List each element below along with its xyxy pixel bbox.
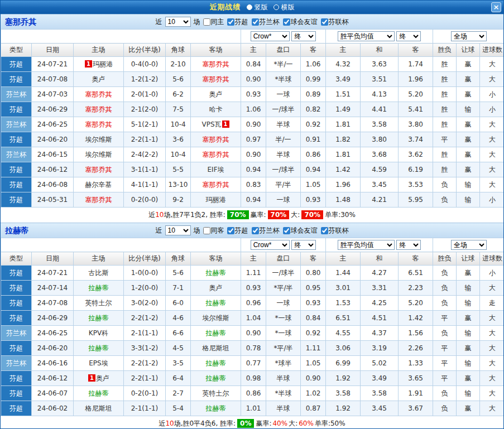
avg-home-cell: 1.48 (326, 192, 361, 208)
layout-radio-horizontal[interactable]: 横版 (273, 3, 295, 12)
same-venue-checkbox[interactable]: 同主 (203, 17, 224, 27)
away-team-name: 塞那乔其 (203, 181, 229, 189)
score-cell: 0-4(0-0) (124, 57, 166, 72)
handicap-result-cell: 赢 (457, 87, 480, 102)
same-venue-input[interactable] (203, 227, 210, 234)
scope-select[interactable]: 全场 (451, 31, 487, 41)
avg-draw-cell: 3.58 (361, 117, 399, 132)
league-checkbox[interactable]: 球会友谊 (283, 226, 318, 235)
league-checkbox-input[interactable] (283, 18, 290, 26)
league-checkbox-input[interactable] (252, 18, 259, 26)
league-checkbox[interactable]: 芬兰杯 (252, 226, 280, 235)
column-header-12: 胜负 (433, 44, 457, 57)
league-checkbox[interactable]: 芬兰杯 (252, 17, 280, 27)
away-team-name: 玛丽港 (206, 196, 226, 204)
league-checkbox[interactable]: 芬超 (227, 17, 248, 27)
avg-stage-select[interactable]: 终 (396, 240, 421, 250)
avg-home-cell: 4.32 (326, 57, 361, 72)
close-button[interactable]: × (491, 2, 501, 12)
result-cell: 负 (433, 281, 457, 296)
league-checkbox-input[interactable] (227, 18, 234, 26)
league-checkbox-input[interactable] (321, 227, 328, 234)
recent-count-select[interactable]: 10 (165, 17, 191, 27)
goals-result-cell: 小 (480, 266, 504, 281)
recent-count-select[interactable]: 10 (165, 225, 191, 235)
column-header-8: 客 (301, 252, 326, 266)
bookmaker-select[interactable]: Crow* (251, 31, 290, 41)
layout-radio-vertical[interactable]: 竖版 (247, 3, 268, 12)
summary-segment: 大: (289, 420, 297, 427)
bookmaker-select[interactable]: Crow* (251, 240, 290, 250)
handicap-cell: *一球 (266, 326, 301, 341)
result-cell: 平 (433, 371, 457, 386)
avg-draw-cell: 3.45 (361, 177, 399, 192)
bookmaker-stage-select[interactable]: 终 (291, 240, 316, 250)
league-checkbox[interactable]: 芬联杯 (321, 226, 349, 235)
avg-stage-select[interactable]: 终 (396, 31, 421, 41)
home-team-name: 拉赫蒂 (89, 314, 109, 322)
column-header-13: 让球 (457, 44, 480, 57)
avg-metric-select[interactable]: 胜平负均值 (338, 240, 395, 250)
away-odds-cell: 0.89 (301, 87, 326, 102)
title-bar: 近期战绩 竖版 横版 × (1, 1, 503, 14)
handicap-cell: *平/半 (266, 281, 301, 296)
goals-result-cell: 大 (480, 281, 504, 296)
corners-cell: 3-5 (166, 356, 191, 371)
away-odds-cell: 0.93 (301, 296, 326, 311)
home-team-name: 古比斯 (89, 269, 109, 277)
away-team-cell: 格尼斯坦 (191, 341, 241, 356)
score-cell: 2-2(1-2) (124, 311, 166, 326)
league-checkbox-input[interactable] (283, 227, 290, 234)
home-team-cell: 塞那乔其 (74, 162, 124, 177)
league-checkbox[interactable]: 芬联杯 (321, 17, 349, 27)
handicap-result-cell: 赢 (457, 117, 480, 132)
avg-away-cell: 1.33 (399, 356, 433, 371)
league-checkbox[interactable]: 芬超 (227, 226, 248, 235)
avg-away-cell: 1.91 (399, 386, 433, 401)
corners-cell: 10-4 (166, 117, 191, 132)
home-odds-cell: 0.90 (241, 72, 266, 87)
avg-metric-select[interactable]: 胜平负均值 (338, 31, 395, 41)
home-team-cell: 埃尔维斯 (74, 147, 124, 162)
column-header-7: 盘口 (266, 44, 301, 57)
team-section: 塞那乔其 近 10 场 同主 芬超芬兰杯球会友谊芬联杯 Crow* 终 (1, 14, 503, 223)
away-team-cell: 塞那乔其 (191, 147, 241, 162)
away-team-name: 拉赫蒂 (206, 404, 226, 412)
column-header-2: 主场 (74, 44, 124, 57)
avg-draw-cell: 3.31 (361, 281, 399, 296)
match-date-cell: 24-07-14 (32, 281, 74, 296)
home-team-cell: 塞那乔其 (74, 117, 124, 132)
home-team-name: 赫尔辛基 (85, 181, 112, 189)
home-team-cell: 拉赫蒂 (74, 341, 124, 356)
handicap-result-cell: 输 (457, 192, 480, 208)
bookmaker-stage-select[interactable]: 终 (291, 31, 316, 41)
league-checkbox-label: 芬兰杯 (260, 17, 280, 27)
scope-select[interactable]: 全场 (451, 240, 487, 250)
handicap-result-cell: 输 (457, 356, 480, 371)
league-checkbox-input[interactable] (227, 227, 234, 234)
league-filters: 芬超芬兰杯球会友谊芬联杯 (227, 17, 349, 27)
handicap-cell: *半球 (266, 386, 301, 401)
away-team-cell: 拉赫蒂 (191, 296, 241, 311)
handicap-cell: 半球 (266, 147, 301, 162)
avg-away-cell: 5.20 (399, 296, 433, 311)
league-checkbox-input[interactable] (252, 227, 259, 234)
away-odds-cell: 0.87 (301, 401, 326, 416)
goals-result-cell: 走 (480, 296, 504, 311)
avg-away-cell: 6.19 (399, 162, 433, 177)
column-header-2: 主场 (74, 252, 124, 266)
handicap-cell: 一/球半 (266, 162, 301, 177)
avg-home-cell: 1.81 (326, 147, 361, 162)
corners-cell: 9-2 (166, 192, 191, 208)
same-venue-input[interactable] (203, 18, 210, 26)
corners-cell: 2-10 (166, 57, 191, 72)
home-team-cell: 英特土尔 (74, 296, 124, 311)
score-cell: 3-0(2-0) (124, 296, 166, 311)
handicap-cell: *一球 (266, 311, 301, 326)
league-checkbox[interactable]: 球会友谊 (283, 17, 318, 27)
same-venue-checkbox[interactable]: 同客 (203, 226, 224, 235)
league-checkbox-label: 球会友谊 (291, 17, 318, 27)
league-checkbox-input[interactable] (321, 18, 328, 26)
avg-draw-cell: 4.21 (361, 192, 399, 208)
avg-home-cell: 6.99 (326, 356, 361, 371)
